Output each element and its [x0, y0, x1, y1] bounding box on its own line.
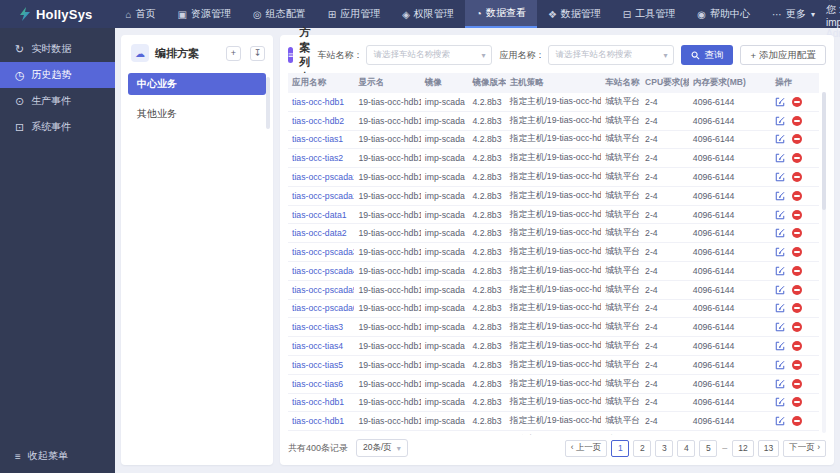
app-name-link[interactable]: tias-occ-hdb1 — [292, 97, 344, 107]
import-plan-button[interactable]: ↧ — [250, 46, 265, 61]
app-name-link[interactable]: tias-occ-pscada3 — [292, 247, 354, 257]
app-name-link[interactable]: tias-occ-tias5 — [292, 360, 343, 370]
sidebar-item-history-trend[interactable]: ◷历史趋势 — [0, 62, 115, 88]
prev-page-button[interactable]: ‹ 上一页 — [565, 440, 608, 457]
nav-item-more[interactable]: ⋯更多▾ — [761, 0, 826, 28]
disable-button[interactable] — [792, 191, 802, 201]
page-size-select[interactable]: 20条/页 ▾ — [356, 439, 408, 457]
disable-button[interactable] — [792, 134, 802, 144]
sidebar-item-production-events[interactable]: ⊙生产事件 — [0, 88, 115, 114]
add-plan-button[interactable]: + — [226, 46, 241, 61]
app-name-link[interactable]: tias-occ-hdb1 — [292, 416, 344, 426]
edit-button[interactable] — [775, 210, 785, 220]
cell-memory: 4096-6144 — [689, 299, 771, 318]
disable-button[interactable] — [792, 228, 802, 238]
disable-button[interactable] — [792, 303, 802, 313]
edit-button[interactable] — [775, 247, 785, 257]
page-button-5[interactable]: 5 — [699, 440, 717, 457]
nav-item-apps[interactable]: ⊞应用管理 — [317, 0, 391, 28]
disable-button[interactable] — [792, 210, 802, 220]
plan-scrollbar[interactable] — [266, 77, 270, 129]
disable-button[interactable] — [792, 416, 802, 426]
edit-button[interactable] — [775, 134, 785, 144]
collapse-menu-button[interactable]: ≡ 收起菜单 — [15, 449, 68, 463]
app-name-link[interactable]: tias-occ-hdb1 — [292, 397, 344, 407]
disable-button[interactable] — [792, 379, 802, 389]
page-button-1[interactable]: 1 — [611, 440, 629, 457]
nav-item-help[interactable]: ◉帮助中心 — [686, 0, 761, 28]
disable-button[interactable] — [792, 153, 802, 163]
disable-button[interactable] — [792, 285, 802, 295]
disable-button[interactable] — [792, 322, 802, 332]
next-page-button[interactable]: 下一页 › — [783, 440, 826, 457]
disable-button[interactable] — [792, 341, 802, 351]
edit-button[interactable] — [775, 153, 785, 163]
disable-button[interactable] — [792, 360, 802, 370]
edit-button[interactable] — [775, 191, 785, 201]
page-button-4[interactable]: 4 — [677, 440, 695, 457]
edit-button[interactable] — [775, 285, 785, 295]
table-row: tias-occ-tias319-tias-occ-hdb1imp-scada4… — [288, 318, 819, 337]
nav-item-data-manage[interactable]: ❖数据管理 — [537, 0, 612, 28]
app-name-link[interactable]: tias-occ-tias1 — [292, 134, 343, 144]
app-name-link[interactable]: tias-occ-tias3 — [292, 322, 343, 332]
sidebar-item-realtime-data[interactable]: ↻实时数据 — [0, 36, 115, 62]
filter-select-app[interactable]: 请选择车站名称搜索▾ — [548, 45, 674, 65]
edit-button[interactable] — [775, 341, 785, 351]
disable-button[interactable] — [792, 397, 802, 407]
app-name-link[interactable]: tias-occ-pscada1 — [292, 172, 354, 182]
app-name-link[interactable]: tias-occ-pscada5 — [292, 285, 354, 295]
page-button-12[interactable]: 12 — [732, 440, 753, 457]
cell-app-name: tias-occ-pscada1 — [288, 186, 354, 205]
cell-image-version: 4.2.8b3 — [469, 280, 506, 299]
action-buttons — [775, 247, 815, 257]
edit-icon — [775, 379, 785, 389]
table-scrollbar[interactable] — [822, 92, 826, 433]
edit-button[interactable] — [775, 172, 785, 182]
disable-button[interactable] — [792, 266, 802, 276]
app-name-link[interactable]: tias-occ-pscada1 — [292, 191, 354, 201]
edit-button[interactable] — [775, 97, 785, 107]
nav-item-data-view[interactable]: ◔数据查看 — [465, 0, 537, 28]
cell-host-policy: 指定主机/19-tias-occ-hdb1 — [506, 149, 602, 168]
app-name-link[interactable]: tias-occ-tias2 — [292, 153, 343, 163]
page-button-2[interactable]: 2 — [633, 440, 651, 457]
disable-button[interactable] — [792, 97, 802, 107]
nav-item-permission[interactable]: ◈权限管理 — [391, 0, 465, 28]
edit-button[interactable] — [775, 416, 785, 426]
search-button[interactable]: 查询 — [681, 45, 733, 65]
edit-button[interactable] — [775, 360, 785, 370]
sidebar-item-system-events[interactable]: ⊡系统事件 — [0, 114, 115, 140]
edit-button[interactable] — [775, 322, 785, 332]
page-button-3[interactable]: 3 — [655, 440, 673, 457]
edit-button[interactable] — [775, 228, 785, 238]
filter-select-station[interactable]: 请选择车站名称搜索▾ — [366, 45, 492, 65]
app-name-link[interactable]: tias-occ-hdb2 — [292, 116, 344, 126]
nav-item-resource[interactable]: ▣资源管理 — [167, 0, 242, 28]
edit-button[interactable] — [775, 397, 785, 407]
nav-item-home[interactable]: ⌂首页 — [115, 0, 167, 28]
app-name-link[interactable]: tias-occ-pscada6 — [292, 303, 354, 313]
disable-button[interactable] — [792, 247, 802, 257]
app-name-link[interactable]: tias-occ-tias6 — [292, 379, 343, 389]
plan-item-center-business[interactable]: 中心业务 — [128, 73, 266, 95]
app-name-link[interactable]: tias-occ-tias4 — [292, 341, 343, 351]
nav-item-config[interactable]: ◎组态配置 — [242, 0, 317, 28]
cell-actions — [771, 149, 819, 168]
cell-host-policy: 指定主机/19-tias-occ-hdb1 — [506, 337, 602, 356]
add-app-config-button[interactable]: + 添加应用配置 — [740, 45, 826, 65]
page-button-13[interactable]: 13 — [758, 440, 779, 457]
app-name-link[interactable]: tias-occ-data1 — [292, 210, 347, 220]
cell-actions — [771, 393, 819, 412]
disable-button[interactable] — [792, 172, 802, 182]
edit-button[interactable] — [775, 116, 785, 126]
edit-button[interactable] — [775, 379, 785, 389]
edit-button[interactable] — [775, 266, 785, 276]
table-scrollbar-thumb[interactable] — [822, 92, 826, 210]
app-name-link[interactable]: tias-occ-pscada4 — [292, 266, 354, 276]
disable-button[interactable] — [792, 116, 802, 126]
plan-item-other-business[interactable]: 其他业务 — [128, 103, 266, 125]
edit-button[interactable] — [775, 303, 785, 313]
nav-item-tools[interactable]: ⊟工具管理 — [612, 0, 686, 28]
app-name-link[interactable]: tias-occ-data2 — [292, 228, 347, 238]
